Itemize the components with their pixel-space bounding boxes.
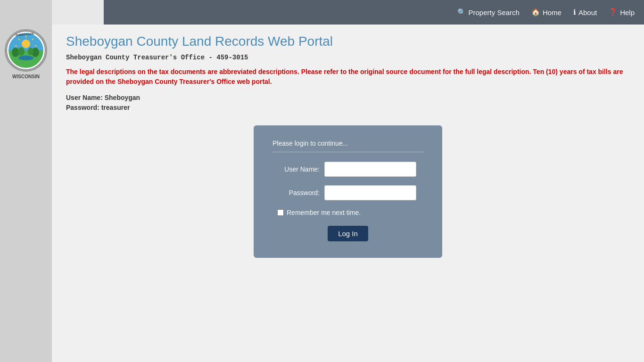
sidebar: SHEBOYGAN WISCONSIN <box>0 25 52 362</box>
remember-me-label[interactable]: Remember me next time. <box>287 209 361 216</box>
office-info: Sheboygan County Treasurer's Office - 45… <box>66 54 630 61</box>
home-icon: 🏠 <box>531 8 540 16</box>
svg-point-8 <box>18 47 25 56</box>
password-group: Password: <box>272 185 423 200</box>
username-hint: User Name: Sheboygan <box>66 94 630 101</box>
username-group: User Name: <box>272 162 423 177</box>
svg-line-4 <box>35 46 37 46</box>
main-content: Sheboygan County Land Records Web Portal… <box>52 25 644 362</box>
svg-point-1 <box>22 40 30 48</box>
nav-help[interactable]: ❓ Help <box>609 8 635 16</box>
login-button[interactable]: Log In <box>328 226 368 241</box>
password-hint: Password: treasurer <box>66 104 630 111</box>
help-icon: ❓ <box>609 8 618 16</box>
nav-property-search[interactable]: 🔍 Property Search <box>457 8 520 16</box>
username-label: User Name: <box>272 165 320 173</box>
search-icon: 🔍 <box>457 8 466 16</box>
svg-point-11 <box>18 56 33 60</box>
top-left-strip <box>0 0 52 25</box>
legal-notice: The legal descriptions on the tax docume… <box>66 67 630 87</box>
password-label: Password: <box>272 189 320 197</box>
password-input[interactable] <box>324 185 416 200</box>
info-icon: ℹ <box>573 8 576 16</box>
username-input[interactable] <box>324 162 416 177</box>
nav-about[interactable]: ℹ About <box>573 8 597 16</box>
page-wrapper: SHEBOYGAN WISCONSIN Sheboygan County Lan… <box>0 25 644 362</box>
remember-me-group: Remember me next time. <box>272 209 423 216</box>
svg-point-10 <box>28 48 33 55</box>
navbar: 🔍 Property Search 🏠 Home ℹ About ❓ Help <box>104 0 644 25</box>
county-logo: SHEBOYGAN <box>5 29 47 72</box>
logo-container: SHEBOYGAN WISCONSIN <box>5 29 47 79</box>
nav-home[interactable]: 🏠 Home <box>531 8 561 16</box>
logo-text: WISCONSIN <box>12 74 40 79</box>
remember-me-checkbox[interactable] <box>277 209 284 216</box>
login-box: Please login to continue... User Name: P… <box>254 125 442 258</box>
svg-line-6 <box>15 46 17 46</box>
login-title: Please login to continue... <box>272 140 423 152</box>
page-title: Sheboygan County Land Records Web Portal <box>66 34 630 49</box>
